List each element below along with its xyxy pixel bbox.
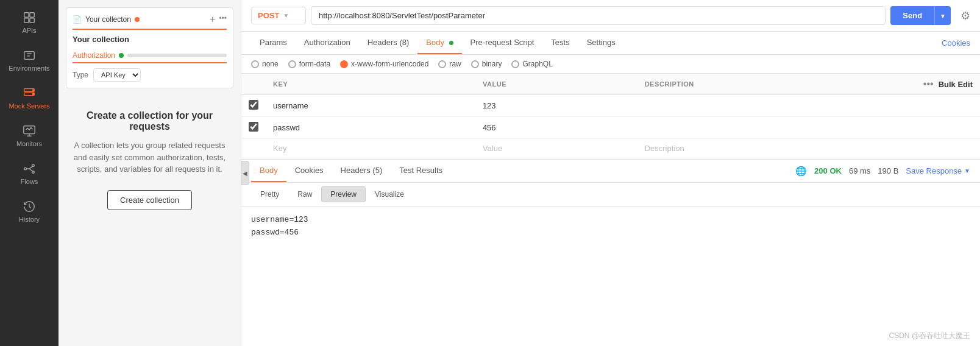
status-time: 69 ms xyxy=(849,166,870,175)
sidebar-item-apis[interactable]: APIs xyxy=(5,5,54,40)
create-collection-description: A collection lets you group related requ… xyxy=(71,139,229,175)
col-value: VALUE xyxy=(475,74,637,95)
kv-table: KEY VALUE DESCRIPTION ••• Bulk Edit xyxy=(241,74,980,158)
sidebar-label-environments: Environments xyxy=(9,65,49,72)
mock-servers-icon xyxy=(23,86,36,100)
resp-tab-test-results[interactable]: Test Results xyxy=(391,160,451,182)
bulk-edit-button[interactable]: Bulk Edit xyxy=(939,80,973,89)
row2-check-cell xyxy=(241,117,266,139)
body-type-raw[interactable]: raw xyxy=(438,60,461,68)
auth-label: Authorization xyxy=(73,51,115,60)
row1-key-cell[interactable]: username xyxy=(266,95,475,117)
type-select[interactable]: API Key xyxy=(93,68,141,82)
tab-tests[interactable]: Tests xyxy=(542,32,578,54)
history-icon xyxy=(23,200,36,213)
sidebar-label-monitors: Monitors xyxy=(16,140,42,147)
collection-name: Your collecton xyxy=(85,15,131,24)
add-icon[interactable]: + xyxy=(210,14,215,25)
radio-none xyxy=(251,60,259,68)
url-input[interactable] xyxy=(311,6,886,25)
watermark: CSDN @吞吞吐吐大魔王 xyxy=(889,331,970,341)
send-dropdown-button[interactable]: ▼ xyxy=(934,6,951,25)
resp-line-2: passwd=456 xyxy=(251,227,970,239)
method-dropdown[interactable]: POST ▼ xyxy=(251,7,306,24)
body-type-none[interactable]: none xyxy=(251,60,279,68)
row2-checkbox[interactable] xyxy=(249,122,258,132)
flows-icon xyxy=(23,162,36,175)
placeholder-action xyxy=(907,139,980,158)
sidebar-item-monitors[interactable]: Monitors xyxy=(5,118,54,154)
tab-pre-request-script[interactable]: Pre-request Script xyxy=(462,32,543,54)
tab-body[interactable]: Body xyxy=(417,32,461,54)
cookies-link[interactable]: Cookies xyxy=(942,38,970,48)
type-label: Type xyxy=(73,71,88,79)
monitors-icon xyxy=(23,124,36,138)
radio-form-data xyxy=(288,60,296,68)
collection-status-dot xyxy=(135,17,140,22)
row2-value-cell[interactable]: 456 xyxy=(475,117,637,139)
collapse-button[interactable]: ◀ xyxy=(241,161,249,185)
sidebar: APIs Environments Mock Servers Monitors xyxy=(0,0,59,346)
sidebar-item-mock-servers[interactable]: Mock Servers xyxy=(5,80,54,116)
send-button[interactable]: Send xyxy=(890,6,934,25)
body-type-form-data[interactable]: form-data xyxy=(288,60,330,68)
create-collection-section: Create a collection for your requests A … xyxy=(59,96,241,346)
chevron-left-icon: ◀ xyxy=(243,170,247,177)
svg-point-8 xyxy=(32,93,34,94)
tab-authorization[interactable]: Authorization xyxy=(296,32,359,54)
radio-graphql xyxy=(511,60,519,68)
table-row-placeholder: Key Value Description xyxy=(241,139,980,158)
send-button-group: Send ▼ xyxy=(890,6,951,25)
fmt-tab-visualize[interactable]: Visualize xyxy=(366,186,413,202)
left-panel: ◀ 📄 Your collecton + ••• Your collection… xyxy=(59,0,241,346)
sidebar-item-history[interactable]: History xyxy=(5,194,54,229)
placeholder-description[interactable]: Description xyxy=(637,139,907,158)
save-response-button[interactable]: Save Response ▼ xyxy=(906,166,970,175)
row2-desc-cell[interactable] xyxy=(637,117,907,139)
body-type-urlencoded[interactable]: x-www-form-urlencoded xyxy=(340,60,428,68)
placeholder-value[interactable]: Value xyxy=(475,139,637,158)
svg-rect-3 xyxy=(30,18,34,23)
request-bar: POST ▼ Send ▼ ⚙ xyxy=(241,0,980,32)
body-type-binary[interactable]: binary xyxy=(471,60,502,68)
request-body-area: KEY VALUE DESCRIPTION ••• Bulk Edit xyxy=(241,74,980,159)
response-body: username=123 passwd=456 xyxy=(241,207,980,346)
sidebar-item-environments[interactable]: Environments xyxy=(5,43,54,78)
row1-checkbox[interactable] xyxy=(249,100,258,110)
row1-check-cell xyxy=(241,95,266,117)
collection-file-icon: 📄 xyxy=(73,15,82,24)
resp-tab-cookies[interactable]: Cookies xyxy=(286,160,332,182)
resp-tab-body[interactable]: Body xyxy=(251,160,286,182)
tab-settings[interactable]: Settings xyxy=(578,32,624,54)
body-type-graphql[interactable]: GraphQL xyxy=(511,60,552,68)
sidebar-item-flows[interactable]: Flows xyxy=(5,156,54,191)
resp-tab-headers[interactable]: Headers (5) xyxy=(332,160,391,182)
row1-value-cell[interactable]: 123 xyxy=(475,95,637,117)
create-collection-button[interactable]: Create collection xyxy=(107,190,192,210)
globe-icon: 🌐 xyxy=(795,166,807,177)
placeholder-check xyxy=(241,139,266,158)
tab-params[interactable]: Params xyxy=(251,32,296,54)
create-collection-title: Create a collection for your requests xyxy=(71,110,229,132)
col-actions: ••• Bulk Edit xyxy=(907,74,980,95)
auth-status-dot xyxy=(119,53,124,58)
col-key: KEY xyxy=(266,74,475,95)
more-options-button[interactable]: ••• xyxy=(923,79,934,90)
svg-rect-4 xyxy=(24,52,35,60)
placeholder-key[interactable]: Key xyxy=(266,139,475,158)
tab-headers[interactable]: Headers (8) xyxy=(359,32,418,54)
settings-icon[interactable]: ⚙ xyxy=(960,9,970,23)
fmt-tab-pretty[interactable]: Pretty xyxy=(251,186,288,202)
method-label: POST xyxy=(258,11,279,20)
apis-icon xyxy=(23,11,36,24)
fmt-tab-preview[interactable]: Preview xyxy=(321,186,366,202)
auth-bar xyxy=(127,54,227,57)
table-row: username 123 xyxy=(241,95,980,117)
collection-header: 📄 Your collecton + ••• xyxy=(73,14,227,30)
fmt-tab-raw[interactable]: Raw xyxy=(288,186,321,202)
body-active-dot xyxy=(449,41,453,45)
collection-actions: + ••• xyxy=(210,14,227,25)
more-options-icon[interactable]: ••• xyxy=(219,14,227,25)
row1-desc-cell[interactable] xyxy=(637,95,907,117)
row2-key-cell[interactable]: passwd xyxy=(266,117,475,139)
